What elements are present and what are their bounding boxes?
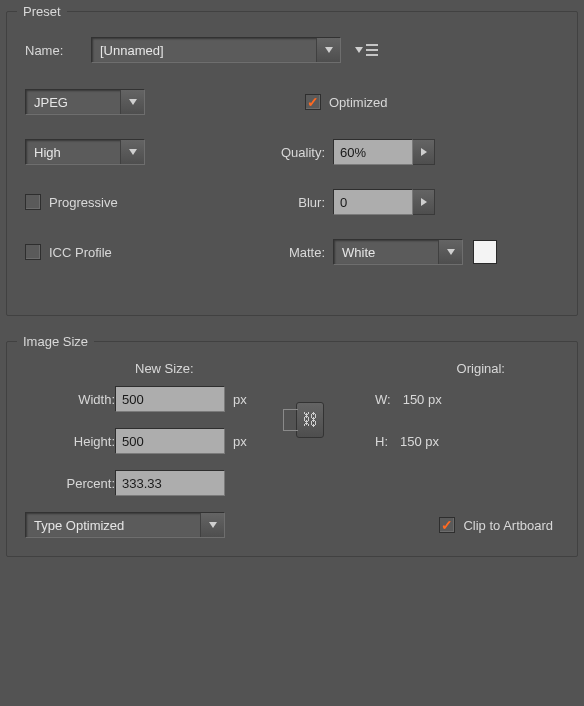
name-label: Name: (25, 43, 79, 58)
orig-h-cell: H: 150 px (345, 434, 559, 449)
matte-cell: Matte: White (255, 239, 559, 265)
image-size-panel: Image Size New Size: Original: Width: 50… (6, 334, 578, 557)
preset-name-dropdown[interactable]: [Unnamed] (91, 37, 341, 63)
height-value: 500 (122, 434, 144, 449)
chevron-down-icon (438, 240, 462, 264)
chevron-right-icon (421, 148, 427, 156)
quality-preset-text: High (26, 145, 120, 160)
height-label: Height: (25, 434, 115, 449)
icc-checkbox[interactable] (25, 244, 41, 260)
percent-input[interactable]: 333.33 (115, 470, 225, 496)
original-label: Original: (457, 361, 505, 376)
height-unit: px (225, 434, 275, 449)
matte-dropdown[interactable]: White (333, 239, 463, 265)
matte-label: Matte: (255, 245, 325, 260)
preset-menu-button[interactable] (355, 44, 378, 56)
orig-w-value: 150 px (403, 392, 442, 407)
blur-input[interactable]: 0 (333, 189, 413, 215)
orig-h-label: H: (375, 434, 388, 449)
resample-text: Type Optimized (26, 518, 200, 533)
orig-w-label: W: (375, 392, 391, 407)
optimized-checkbox[interactable]: ✓ (305, 94, 321, 110)
clip-cell: ✓ Clip to Artboard (439, 517, 553, 533)
format-cell: JPEG (25, 89, 255, 115)
checkmark-icon: ✓ (307, 95, 319, 109)
resample-dropdown[interactable]: Type Optimized (25, 512, 225, 538)
width-value: 500 (122, 392, 144, 407)
quality-value: 60% (340, 145, 366, 160)
name-row: Name: [Unnamed] (25, 37, 559, 63)
image-size-legend: Image Size (17, 334, 94, 349)
blur-label: Blur: (255, 195, 325, 210)
blur-cell: Blur: 0 (255, 189, 559, 215)
preset-name-text: [Unnamed] (92, 43, 316, 58)
clip-checkbox[interactable]: ✓ (439, 517, 455, 533)
blur-popup-button[interactable] (413, 189, 435, 215)
chevron-down-icon (120, 140, 144, 164)
matte-text: White (334, 245, 438, 260)
progressive-cell: Progressive (25, 194, 255, 210)
quality-preset-dropdown[interactable]: High (25, 139, 145, 165)
icc-cell: ICC Profile (25, 244, 255, 260)
icc-label: ICC Profile (49, 245, 112, 260)
chevron-down-icon (200, 513, 224, 537)
optimized-label: Optimized (329, 95, 388, 110)
new-size-label: New Size: (135, 361, 194, 376)
preset-legend: Preset (17, 4, 67, 19)
clip-label: Clip to Artboard (463, 518, 553, 533)
quality-label: Quality: (255, 145, 325, 160)
orig-w-cell: W: 150 px (345, 392, 559, 407)
matte-swatch[interactable] (473, 240, 497, 264)
width-unit: px (225, 392, 275, 407)
chevron-down-icon (120, 90, 144, 114)
quality-cell: Quality: 60% (255, 139, 559, 165)
quality-input[interactable]: 60% (333, 139, 413, 165)
checkmark-icon: ✓ (441, 518, 453, 532)
progressive-checkbox[interactable] (25, 194, 41, 210)
percent-label: Percent: (25, 476, 115, 491)
chevron-down-icon (355, 47, 363, 53)
width-input[interactable]: 500 (115, 386, 225, 412)
constrain-proportions-button[interactable]: ⛓ (296, 402, 324, 438)
link-icon: ⛓ (302, 411, 318, 429)
orig-h-value: 150 px (400, 434, 439, 449)
progressive-label: Progressive (49, 195, 118, 210)
preset-panel: Preset Name: [Unnamed] JPEG (6, 4, 578, 316)
chevron-down-icon (316, 38, 340, 62)
height-input[interactable]: 500 (115, 428, 225, 454)
percent-value: 333.33 (122, 476, 162, 491)
quality-preset-cell: High (25, 139, 255, 165)
menu-icon (366, 44, 378, 56)
quality-popup-button[interactable] (413, 139, 435, 165)
size-top-row: New Size: Original: (25, 361, 559, 386)
width-label: Width: (25, 392, 115, 407)
optimized-cell: ✓ Optimized (255, 94, 559, 110)
format-text: JPEG (26, 95, 120, 110)
format-dropdown[interactable]: JPEG (25, 89, 145, 115)
chevron-right-icon (421, 198, 427, 206)
blur-value: 0 (340, 195, 347, 210)
